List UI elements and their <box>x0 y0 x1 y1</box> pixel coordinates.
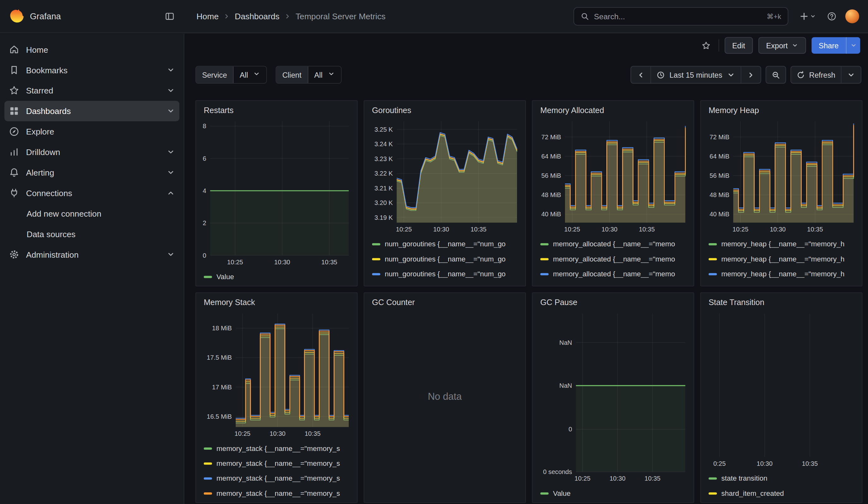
panel-title[interactable]: Memory Heap <box>701 104 862 118</box>
search-input[interactable]: Search... ⌘+k <box>574 7 788 25</box>
sidebar-item-administration[interactable]: Administration <box>4 244 179 265</box>
share-button[interactable]: Share <box>812 37 846 54</box>
legend-item[interactable]: memory_heap {__name__="memory_h <box>709 281 854 286</box>
panel-gc-counter: GC CounterNo data <box>364 292 526 503</box>
user-avatar[interactable] <box>845 10 859 23</box>
panel-legend: num_goroutines {__name__="num_gonum_goro… <box>364 235 525 286</box>
legend-item[interactable]: memory_allocated {__name__="memo <box>540 281 686 286</box>
svg-text:16.5 MiB: 16.5 MiB <box>207 413 232 420</box>
chart-area[interactable]: 0:2510:3010:35 <box>701 310 862 469</box>
sidebar-item-label: Administration <box>26 250 79 259</box>
help-button[interactable] <box>825 10 839 23</box>
legend-item[interactable]: memory_allocated {__name__="memo <box>540 267 686 281</box>
search-placeholder: Search... <box>594 12 762 21</box>
svg-text:72 MiB: 72 MiB <box>541 134 561 141</box>
sidebar-item-drilldown[interactable]: Drilldown <box>4 142 179 162</box>
panel-title[interactable]: Restarts <box>196 104 357 118</box>
panel-title[interactable]: GC Counter <box>364 297 525 310</box>
sidebar-item-starred[interactable]: Starred <box>4 80 179 101</box>
add-new-button[interactable] <box>797 10 818 23</box>
svg-text:10:30: 10:30 <box>270 430 285 437</box>
edit-button[interactable]: Edit <box>724 37 753 54</box>
legend-item[interactable]: memory_stack {__name__="memory_s <box>204 471 349 486</box>
legend-label: num_goroutines {__name__="num_go <box>385 240 506 248</box>
legend-item[interactable]: state transition <box>709 471 854 486</box>
legend-label: memory_stack {__name__="memory_s <box>217 489 340 497</box>
breadcrumb-item-temporal-server-metrics: Temporal Server Metrics <box>296 12 385 21</box>
sidebar-item-connections[interactable]: Connections <box>4 183 179 203</box>
legend-item[interactable]: memory_heap {__name__="memory_h <box>709 237 854 251</box>
legend-item[interactable]: num_goroutines {__name__="num_go <box>372 237 518 251</box>
legend-item[interactable]: num_goroutines {__name__="num_go <box>372 267 518 281</box>
legend-swatch <box>709 243 717 245</box>
legend-item[interactable]: Value <box>204 269 349 284</box>
legend-item[interactable]: shard_item_created <box>709 486 854 501</box>
svg-text:3.22 K: 3.22 K <box>374 170 393 177</box>
chart-area[interactable]: 3.25 K3.24 K3.23 K3.22 K3.21 K3.20 K3.19… <box>364 118 525 235</box>
legend-swatch <box>204 477 212 480</box>
legend-label: memory_stack {__name__="memory_s <box>217 459 340 467</box>
legend-label: memory_heap {__name__="memory_h <box>721 240 844 248</box>
plus-icon <box>799 12 809 21</box>
svg-text:10:25: 10:25 <box>235 430 250 437</box>
legend-item[interactable]: Value <box>540 486 686 501</box>
svg-text:3.25 K: 3.25 K <box>374 126 393 133</box>
refresh-label: Refresh <box>809 71 836 79</box>
svg-text:17.5 MiB: 17.5 MiB <box>207 354 232 361</box>
chart-area[interactable]: 72 MiB64 MiB56 MiB48 MiB40 MiB10:2510:30… <box>533 118 693 235</box>
panel-title[interactable]: Memory Allocated <box>533 104 693 118</box>
chevron-down-icon <box>726 71 735 79</box>
sidebar-item-bookmarks[interactable]: Bookmarks <box>4 60 179 80</box>
chevron-up-icon <box>167 189 175 197</box>
sidebar-item-dashboards[interactable]: Dashboards <box>4 101 179 121</box>
refresh-interval-dropdown[interactable] <box>841 66 861 83</box>
legend-item[interactable]: num_goroutines {__name__="num_go <box>372 251 518 266</box>
grafana-logo-icon[interactable] <box>9 9 24 24</box>
time-range-picker[interactable]: Last 15 minutes <box>651 66 741 83</box>
zoom-out-button[interactable] <box>766 66 785 83</box>
favorite-star-button[interactable] <box>699 39 713 52</box>
chart-area[interactable]: NaNNaN00 seconds10:2510:3010:35 <box>533 310 693 484</box>
breadcrumb-item-dashboards[interactable]: Dashboards <box>235 12 280 21</box>
panel-title[interactable]: Memory Stack <box>196 297 357 310</box>
svg-text:3.21 K: 3.21 K <box>374 185 393 192</box>
chart-area[interactable]: 18 MiB17.5 MiB17 MiB16.5 MiB10:2510:3010… <box>196 310 357 439</box>
legend-item[interactable]: memory_heap {__name__="memory_h <box>709 267 854 281</box>
svg-text:56 MiB: 56 MiB <box>710 172 730 179</box>
compass-icon <box>9 126 19 137</box>
sidebar-item-label: Home <box>26 45 48 54</box>
svg-text:56 MiB: 56 MiB <box>541 172 561 179</box>
panel-title[interactable]: State Transition <box>701 297 862 310</box>
panel-title[interactable]: Goroutines <box>364 104 525 118</box>
sidebar-item-data-sources[interactable]: Data sources <box>4 224 179 245</box>
time-shift-back-button[interactable] <box>631 66 651 83</box>
sidebar-item-explore[interactable]: Explore <box>4 121 179 142</box>
panel-title[interactable]: GC Pause <box>533 297 693 310</box>
sidebar-item-home[interactable]: Home <box>4 40 179 60</box>
legend-label: memory_heap {__name__="memory_h <box>721 270 844 278</box>
service-variable-dropdown[interactable]: All <box>234 66 266 83</box>
legend-item[interactable]: memory_stack {__name__="memory_s <box>204 486 349 501</box>
legend-item[interactable]: memory_allocated {__name__="memo <box>540 251 686 266</box>
client-variable: Client All <box>276 66 341 84</box>
export-button[interactable]: Export <box>758 37 806 54</box>
sidebar-toggle-button[interactable] <box>163 10 177 23</box>
legend-item[interactable]: memory_allocated {__name__="memo <box>540 237 686 251</box>
sidebar-item-alerting[interactable]: Alerting <box>4 162 179 183</box>
client-variable-dropdown[interactable]: All <box>308 66 341 83</box>
chart-area[interactable]: 8642010:2510:3010:35 <box>196 118 357 268</box>
legend-item[interactable]: num_goroutines {__name__="num_go <box>372 281 518 286</box>
share-dropdown-button[interactable] <box>846 37 860 54</box>
svg-text:10:25: 10:25 <box>227 259 243 266</box>
legend-item[interactable]: memory_stack {__name__="memory_s <box>204 456 349 471</box>
breadcrumb-item-home[interactable]: Home <box>197 12 219 21</box>
legend-label: num_goroutines {__name__="num_go <box>385 285 506 286</box>
sidebar-item-add-new-connection[interactable]: Add new connection <box>4 203 179 224</box>
chart-area[interactable]: 72 MiB64 MiB56 MiB48 MiB40 MiB10:2510:30… <box>701 118 862 235</box>
svg-text:10:35: 10:35 <box>304 430 320 437</box>
time-shift-forward-button[interactable] <box>741 66 761 83</box>
svg-text:10:30: 10:30 <box>770 226 786 233</box>
refresh-button[interactable]: Refresh <box>791 66 841 83</box>
legend-item[interactable]: memory_heap {__name__="memory_h <box>709 251 854 266</box>
legend-item[interactable]: memory_stack {__name__="memory_s <box>204 441 349 456</box>
